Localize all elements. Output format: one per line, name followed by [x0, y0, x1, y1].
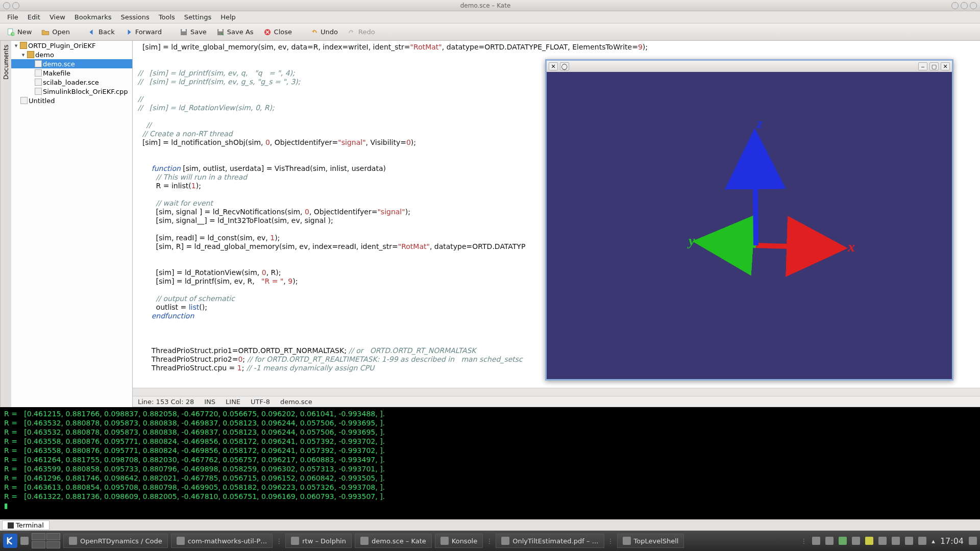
window-titlebar: demo.sce – Kate	[0, 0, 980, 11]
app-icon	[177, 537, 185, 545]
close-button[interactable]: Close	[260, 27, 295, 38]
rotation-viewer-window[interactable]: ✕ ◯ ‒ ▢ ✕ x y z	[545, 59, 953, 381]
app-icon	[440, 537, 449, 545]
tray-device-icon[interactable]	[918, 537, 926, 545]
forward-icon	[124, 28, 133, 37]
tray-volume-icon[interactable]	[892, 537, 900, 545]
redo-icon	[347, 28, 356, 37]
tree-file-makefile[interactable]: Makefile	[11, 68, 132, 78]
viewer-x-icon[interactable]: ✕	[941, 62, 950, 70]
task-openrtdynamics[interactable]: OpenRTDynamics / Code	[63, 534, 168, 548]
menu-settings[interactable]: Settings	[180, 12, 215, 22]
terminal-tab[interactable]: Terminal	[2, 520, 50, 530]
task-konsole[interactable]: Konsole	[435, 534, 483, 548]
file-icon	[35, 88, 42, 95]
window-pin-icon[interactable]	[12, 2, 19, 9]
svg-line-9	[702, 242, 756, 245]
desktop-pager[interactable]	[32, 533, 60, 548]
tray-lock-icon[interactable]	[969, 537, 977, 545]
tray-network-icon[interactable]	[878, 537, 887, 545]
status-eol-mode[interactable]: LINE	[226, 398, 240, 406]
undo-button[interactable]: Undo	[306, 27, 341, 38]
task-mathworks[interactable]: com-mathworks-util-P…	[171, 534, 273, 548]
viewer-max-icon[interactable]: ▢	[929, 62, 939, 70]
tree-file-simulinkblock[interactable]: SimulinkBlock_OriEKF.cpp	[11, 87, 132, 96]
window-minimize-icon[interactable]	[951, 2, 959, 9]
save-button[interactable]: Save	[176, 27, 210, 38]
back-button[interactable]: Back	[84, 27, 118, 38]
x-axis-label: x	[847, 239, 855, 255]
file-icon	[20, 97, 28, 104]
documents-side-tab[interactable]: Documents	[0, 41, 11, 407]
window-close-icon[interactable]	[970, 2, 977, 9]
menu-file[interactable]: File	[3, 12, 22, 22]
svg-text:+: +	[12, 32, 15, 36]
task-toplevelshell[interactable]: TopLevelShell	[617, 534, 684, 548]
tree-folder-demo[interactable]: ▾ demo	[11, 50, 132, 59]
tree-file-demo-sce[interactable]: demo.sce	[11, 59, 132, 68]
tray-clipboard-icon[interactable]	[852, 537, 860, 545]
editor-statusbar: Line: 153 Col: 28 INS LINE UTF-8 demo.sc…	[133, 396, 980, 407]
tree-root[interactable]: ▾ ORTD_Plugin_OriEKF	[11, 41, 132, 50]
close-icon	[263, 28, 272, 37]
terminal-icon	[8, 522, 14, 529]
tray-clock[interactable]: 17:04	[940, 536, 964, 546]
new-icon: +	[6, 28, 15, 37]
open-button[interactable]: Open	[38, 27, 73, 38]
undo-icon	[309, 28, 318, 37]
forward-button[interactable]: Forward	[121, 27, 165, 38]
collapse-icon[interactable]: ▾	[20, 52, 26, 58]
task-pdf[interactable]: OnlyTiltEstimated.pdf – …	[496, 534, 604, 548]
task-dolphin[interactable]: rtw – Dolphin	[285, 534, 352, 548]
collapse-icon[interactable]: ▾	[13, 42, 19, 49]
svg-line-10	[755, 138, 756, 245]
z-axis-label: z	[756, 115, 763, 131]
menu-sessions[interactable]: Sessions	[116, 12, 153, 22]
open-icon	[41, 28, 50, 37]
activity-icon[interactable]	[20, 537, 29, 545]
back-icon	[87, 28, 96, 37]
tray-bulb-icon[interactable]	[865, 537, 873, 545]
new-button[interactable]: +New	[3, 27, 35, 38]
app-icon	[501, 537, 509, 545]
viewer-tool-icon[interactable]: ◯	[560, 62, 569, 70]
file-icon	[35, 69, 42, 77]
svg-rect-6	[218, 29, 223, 32]
terminal-output[interactable]: R = [0.461215, 0.881766, 0.098837, 0.882…	[0, 407, 980, 519]
svg-rect-4	[182, 29, 186, 32]
tree-file-untitled[interactable]: Untitled	[11, 96, 132, 105]
taskbar: OpenRTDynamics / Code com-mathworks-util…	[0, 531, 980, 551]
viewer-close-icon[interactable]: ✕	[549, 62, 558, 70]
toolbar: +New Open Back Forward Save Save As Clos…	[0, 23, 980, 41]
menu-help[interactable]: Help	[216, 12, 240, 22]
window-menu-icon[interactable]	[3, 2, 10, 9]
app-icon	[69, 537, 77, 545]
task-kate[interactable]: demo.sce – Kate	[355, 534, 432, 548]
status-filename: demo.sce	[280, 398, 312, 406]
kickoff-icon[interactable]	[3, 534, 17, 548]
folder-icon	[27, 51, 34, 58]
window-maximize-icon[interactable]	[961, 2, 968, 9]
file-icon	[35, 79, 42, 86]
status-cursor-pos: Line: 153 Col: 28	[138, 398, 194, 406]
saveas-button[interactable]: Save As	[213, 27, 257, 38]
tray-updates-icon[interactable]	[839, 537, 847, 545]
menu-bookmarks[interactable]: Bookmarks	[70, 12, 116, 22]
status-encoding[interactable]: UTF-8	[251, 398, 270, 406]
tree-file-scilab-loader[interactable]: scilab_loader.sce	[11, 78, 132, 87]
viewer-min-icon[interactable]: ‒	[918, 62, 927, 70]
tray-display-icon[interactable]	[812, 537, 820, 545]
menu-edit[interactable]: Edit	[23, 12, 44, 22]
folder-icon	[20, 42, 27, 49]
menu-view[interactable]: View	[45, 12, 69, 22]
redo-button[interactable]: Redo	[344, 27, 378, 38]
tray-expand-icon[interactable]: ▴	[932, 537, 935, 545]
tray-print-icon[interactable]	[825, 537, 834, 545]
menu-tools[interactable]: Tools	[155, 12, 179, 22]
documents-sidebar: ▾ ORTD_Plugin_OriEKF ▾ demo demo.sce Mak…	[11, 41, 133, 407]
status-insert-mode[interactable]: INS	[204, 398, 215, 406]
menubar: File Edit View Bookmarks Sessions Tools …	[0, 11, 980, 23]
tray-battery-icon[interactable]	[905, 537, 913, 545]
saveas-icon	[216, 28, 225, 37]
editor-horizontal-scrollbar[interactable]	[133, 388, 980, 396]
